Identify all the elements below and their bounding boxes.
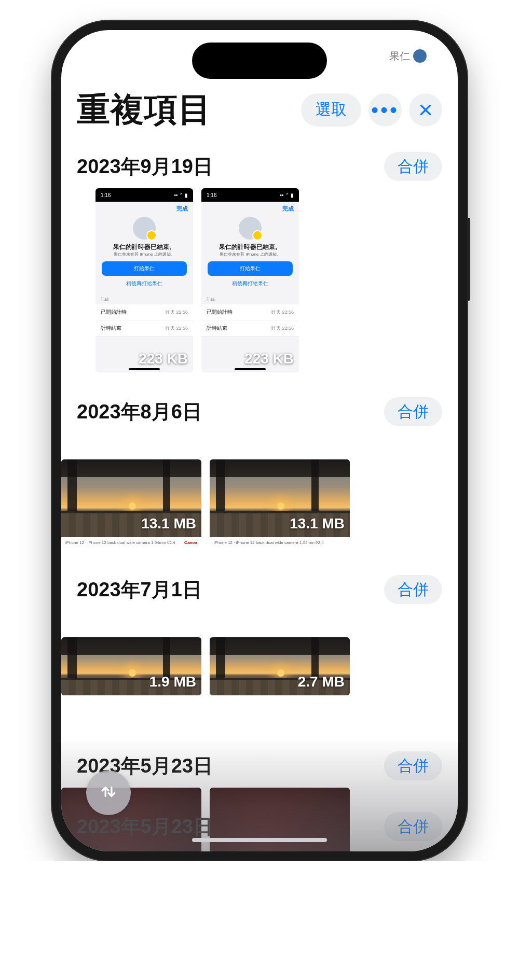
dynamic-island — [192, 43, 327, 79]
more-button[interactable]: ••• — [368, 93, 402, 127]
group-date: 2023年8月6日 — [77, 399, 384, 425]
avatar-icon — [133, 217, 156, 240]
device-frame: 果仁 重複項目 選取 ••• — [52, 21, 467, 861]
photo-thumbnail[interactable]: 1:16•• ⌃ ▮ 完成 果仁的計時器已結束。 果仁並未在其 iPhone 上… — [201, 188, 299, 372]
merge-button-label: 合併 — [398, 816, 429, 837]
file-size: 13.1 MB — [141, 515, 196, 532]
group-date: 2023年9月19日 — [77, 153, 384, 180]
merge-button-label: 合併 — [398, 401, 429, 423]
avatar-icon — [413, 49, 427, 63]
content: 重複項目 選取 ••• 2023年9月19日 合併 — [61, 30, 458, 851]
sort-button[interactable] — [86, 771, 131, 815]
merge-button-label: 合併 — [398, 579, 429, 600]
home-indicator — [192, 838, 327, 842]
file-size: 13.1 MB — [290, 515, 345, 532]
group-date: 2023年7月1日 — [77, 577, 384, 603]
page-title: 重複項目 — [77, 87, 294, 132]
file-size: 223 KB — [244, 351, 294, 367]
file-size: 2.7 MB — [298, 674, 345, 690]
group-date: 2023年5月23日 — [77, 814, 213, 840]
merge-button[interactable]: 合併 — [384, 751, 442, 780]
merge-button[interactable]: 合併 — [384, 152, 442, 181]
select-button[interactable]: 選取 — [301, 93, 361, 127]
merge-button[interactable]: 合併 — [384, 812, 442, 841]
merge-button[interactable]: 合併 — [384, 397, 442, 426]
group-date: 2023年5月23日 — [77, 753, 384, 779]
photo-metadata: iPhone 12 · iPhone 12 back dual wide cam… — [210, 537, 350, 550]
photo-thumbnail[interactable]: 1:16•• ⌃ ▮ 完成 果仁的計時器已結束。 果仁並未在其 iPhone 上… — [95, 188, 193, 372]
sort-arrows-icon — [98, 781, 119, 804]
photo-thumbnail[interactable]: 13.1 MB iPhone 12 · iPhone 12 back dual … — [61, 459, 201, 550]
screen: 果仁 重複項目 選取 ••• — [61, 30, 458, 851]
account-label: 果仁 — [389, 49, 410, 63]
duplicate-group: 2023年7月1日 合併 1.9 MB 2.7 MB — [61, 575, 458, 711]
photo-metadata: iPhone 12 · iPhone 12 back dual wide cam… — [61, 537, 201, 550]
avatar-icon — [239, 217, 262, 240]
select-button-label: 選取 — [316, 99, 347, 120]
close-button[interactable] — [409, 93, 442, 127]
duplicate-group-peek: 2023年5月23日 合併 — [77, 812, 442, 841]
file-size: 223 KB — [139, 351, 188, 367]
account-indicator[interactable]: 果仁 — [389, 49, 427, 63]
close-icon — [417, 101, 434, 119]
file-size: 1.9 MB — [149, 674, 196, 690]
photo-thumbnail[interactable]: 13.1 MB iPhone 12 · iPhone 12 back dual … — [210, 459, 350, 550]
merge-button[interactable]: 合併 — [384, 575, 442, 604]
duplicate-group: 2023年9月19日 合併 1:16•• ⌃ ▮ 完成 果仁的計時器已結束。 果… — [61, 152, 458, 388]
header: 重複項目 選取 ••• — [61, 82, 458, 143]
photo-thumbnail[interactable]: 1.9 MB — [61, 637, 201, 695]
merge-button-label: 合併 — [398, 755, 429, 777]
duplicate-group: 2023年8月6日 合併 13.1 MB iPhone 12 — [61, 397, 458, 566]
merge-button-label: 合併 — [398, 156, 429, 177]
photo-thumbnail[interactable]: 2.7 MB — [210, 637, 350, 695]
